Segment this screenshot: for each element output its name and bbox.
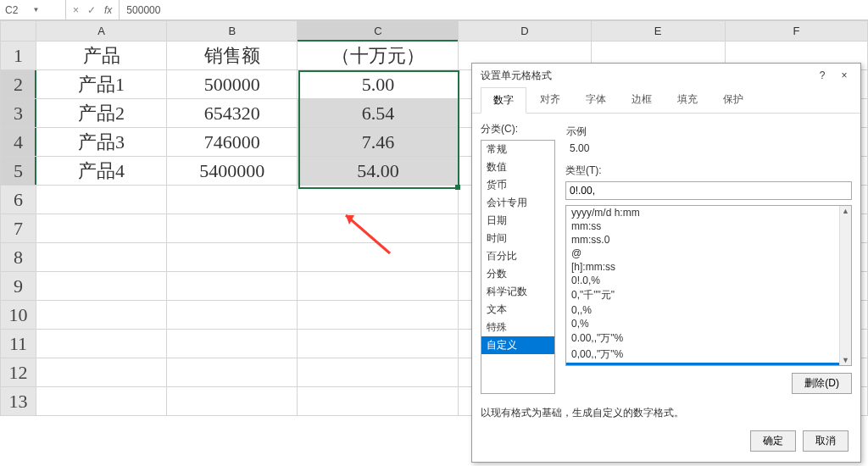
format-item[interactable]: 0,%	[566, 317, 851, 330]
cell[interactable]	[298, 358, 459, 387]
row-header[interactable]: 12	[1, 358, 36, 387]
ok-button[interactable]: 确定	[750, 430, 796, 452]
row-header[interactable]: 13	[1, 387, 36, 416]
cell[interactable]	[167, 358, 298, 387]
accept-icon[interactable]: ✓	[87, 4, 96, 16]
column-header[interactable]: E	[591, 21, 725, 42]
tab-对齐[interactable]: 对齐	[528, 87, 572, 113]
column-header[interactable]: C	[298, 21, 459, 42]
cell[interactable]	[167, 243, 298, 272]
row-header[interactable]: 9	[1, 272, 36, 301]
column-header[interactable]: A	[36, 21, 167, 42]
name-box[interactable]: C2 ▼	[0, 0, 66, 19]
cancel-icon[interactable]: ×	[73, 4, 79, 16]
cancel-button[interactable]: 取消	[803, 430, 849, 452]
cell[interactable]: 500000	[167, 70, 298, 99]
cell[interactable]	[167, 387, 298, 416]
category-item[interactable]: 会计专用	[481, 194, 554, 212]
cell[interactable]: 销售额	[167, 42, 298, 70]
category-item[interactable]: 特殊	[481, 319, 554, 336]
row-header[interactable]: 4	[1, 128, 36, 157]
row-header[interactable]: 2	[1, 70, 36, 99]
category-item[interactable]: 分数	[481, 265, 554, 283]
format-item[interactable]: 0,"千""元"	[566, 287, 851, 303]
cell[interactable]: 654320	[167, 99, 298, 128]
cell[interactable]: 54.00	[298, 157, 459, 186]
format-item[interactable]: 0,,%	[566, 303, 851, 317]
cell[interactable]	[298, 330, 459, 358]
cell[interactable]	[36, 330, 167, 358]
cell[interactable]: 6.54	[298, 99, 459, 128]
cell[interactable]	[298, 387, 459, 416]
tab-字体[interactable]: 字体	[574, 87, 618, 113]
format-item[interactable]: mm:ss.0	[566, 233, 851, 247]
category-item[interactable]: 文本	[481, 301, 554, 319]
dialog-titlebar[interactable]: 设置单元格格式 ? ×	[472, 64, 860, 87]
type-input[interactable]	[565, 181, 852, 200]
delete-button[interactable]: 删除(D)	[792, 373, 852, 394]
row-header[interactable]: 1	[1, 42, 36, 70]
cell[interactable]	[36, 387, 167, 416]
close-icon[interactable]: ×	[833, 69, 855, 81]
cell[interactable]	[36, 214, 167, 243]
row-header[interactable]: 11	[1, 330, 36, 358]
category-item[interactable]: 自定义	[481, 336, 554, 354]
format-item[interactable]: 0!.0,%	[566, 274, 851, 287]
cell[interactable]: 产品	[36, 42, 167, 70]
format-item[interactable]: 0!.00,	[566, 363, 851, 366]
cell[interactable]: 产品2	[36, 99, 167, 128]
cell[interactable]: （十万元）	[298, 42, 459, 70]
cell[interactable]: 产品3	[36, 128, 167, 157]
cell[interactable]	[167, 272, 298, 301]
cell[interactable]: 5.00	[298, 70, 459, 99]
category-item[interactable]: 百分比	[481, 247, 554, 265]
format-item[interactable]: 0,00,,"万"%	[566, 347, 851, 363]
column-header[interactable]: D	[459, 21, 591, 42]
category-item[interactable]: 科学记数	[481, 283, 554, 301]
cell[interactable]: 5400000	[167, 157, 298, 186]
cell[interactable]	[36, 272, 167, 301]
format-item[interactable]: @	[566, 247, 851, 260]
format-item[interactable]: [h]:mm:ss	[566, 260, 851, 274]
cell[interactable]: 7.46	[298, 128, 459, 157]
format-list[interactable]: yyyy/m/d h:mmmm:ssmm:ss.0@[h]:mm:ss0!.0,…	[565, 205, 852, 366]
row-header[interactable]: 8	[1, 243, 36, 272]
row-header[interactable]: 10	[1, 301, 36, 330]
cell[interactable]: 746000	[167, 128, 298, 157]
row-header[interactable]: 7	[1, 214, 36, 243]
category-item[interactable]: 数值	[481, 158, 554, 176]
tab-边框[interactable]: 边框	[620, 87, 664, 113]
cell[interactable]	[36, 243, 167, 272]
column-header[interactable]: F	[725, 21, 867, 42]
cell[interactable]	[298, 243, 459, 272]
cell[interactable]	[298, 214, 459, 243]
category-item[interactable]: 货币	[481, 176, 554, 194]
format-item[interactable]: mm:ss	[566, 219, 851, 233]
tab-数字[interactable]: 数字	[481, 87, 526, 114]
row-header[interactable]: 5	[1, 157, 36, 186]
select-all-corner[interactable]	[1, 21, 36, 42]
cell[interactable]	[167, 301, 298, 330]
tab-保护[interactable]: 保护	[711, 87, 755, 113]
cell[interactable]	[167, 330, 298, 358]
cell[interactable]	[167, 186, 298, 214]
category-item[interactable]: 常规	[481, 141, 554, 158]
cell[interactable]: 产品1	[36, 70, 167, 99]
cell[interactable]	[298, 301, 459, 330]
cell[interactable]	[298, 272, 459, 301]
row-header[interactable]: 3	[1, 99, 36, 128]
format-item[interactable]: 0.00,,"万"%	[566, 330, 851, 347]
category-list[interactable]: 常规数值货币会计专用日期时间百分比分数科学记数文本特殊自定义	[481, 140, 555, 394]
cell[interactable]	[36, 358, 167, 387]
category-item[interactable]: 时间	[481, 230, 554, 247]
cell[interactable]	[36, 186, 167, 214]
cell[interactable]: 产品4	[36, 157, 167, 186]
cell[interactable]	[36, 301, 167, 330]
fx-icon[interactable]: fx	[104, 4, 112, 16]
help-icon[interactable]: ?	[811, 69, 833, 81]
formula-value[interactable]: 500000	[120, 4, 167, 16]
tab-填充[interactable]: 填充	[665, 87, 709, 113]
category-item[interactable]: 日期	[481, 212, 554, 230]
scrollbar[interactable]	[839, 206, 851, 365]
cell[interactable]	[298, 186, 459, 214]
